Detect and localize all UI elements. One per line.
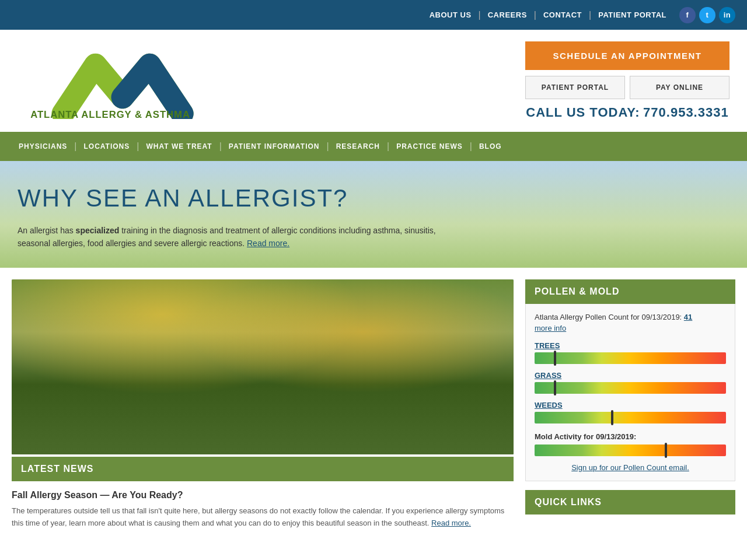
nav-patient-information[interactable]: PATIENT INFORMATION: [222, 142, 327, 150]
grass-bar: [535, 382, 726, 394]
social-icons: f t in: [679, 7, 735, 23]
trees-bar: [535, 352, 726, 364]
quick-links-header: QUICK LINKS: [525, 490, 735, 514]
patient-portal-link[interactable]: PATIENT PORTAL: [591, 10, 673, 19]
nav-research[interactable]: RESEARCH: [329, 142, 387, 150]
pay-online-button[interactable]: PAY ONLINE: [630, 76, 729, 99]
linkedin-icon[interactable]: in: [719, 7, 735, 23]
trees-label[interactable]: TREES: [535, 341, 726, 350]
nav-practice-news[interactable]: PRACTICE NEWS: [389, 142, 470, 150]
hero-body: An allergist has specialized training in…: [18, 224, 461, 250]
pollen-content: Atlanta Allergy Pollen Count for 09/13/2…: [525, 304, 735, 481]
svg-point-20: [244, 359, 267, 385]
grass-indicator: [554, 380, 556, 396]
facebook-icon[interactable]: f: [679, 7, 696, 23]
twitter-icon[interactable]: t: [699, 7, 715, 23]
logo-svg: ATLANTA ALLERGY & ASTHMA: [18, 43, 228, 119]
svg-point-9: [12, 281, 97, 352]
pollen-mold-header: POLLEN & MOLD: [525, 279, 735, 304]
mold-indicator: [665, 443, 667, 458]
header: ATLANTA ALLERGY & ASTHMA SCHEDULE AN APP…: [0, 30, 747, 132]
news-body: The temperatures outside tell us that fa…: [12, 505, 514, 530]
nav-blog[interactable]: BLOG: [472, 142, 509, 150]
trees-category: TREES: [535, 341, 726, 364]
latest-news-header: LATEST NEWS: [12, 457, 514, 481]
pollen-count-value[interactable]: 41: [684, 313, 692, 321]
nav-what-we-treat[interactable]: WHAT WE TREAT: [139, 142, 219, 150]
svg-rect-23: [225, 394, 242, 424]
svg-point-24: [268, 373, 285, 393]
hero-section: WHY SEE AN ALLERGIST? An allergist has s…: [0, 161, 747, 268]
svg-point-10: [76, 279, 177, 342]
svg-rect-25: [269, 391, 285, 423]
hero-title: WHY SEE AN ALLERGIST?: [18, 184, 729, 212]
svg-rect-21: [244, 384, 267, 421]
svg-rect-5: [212, 324, 225, 454]
svg-point-13: [372, 279, 455, 341]
svg-point-16: [200, 356, 225, 384]
careers-link[interactable]: CAREERS: [481, 10, 534, 19]
family-image-svg: [12, 279, 514, 454]
weeds-label[interactable]: WEEDS: [535, 401, 726, 410]
svg-rect-4: [119, 317, 137, 454]
schedule-appointment-button[interactable]: SCHEDULE AN APPOINTMENT: [525, 41, 729, 70]
svg-rect-1: [12, 279, 514, 454]
logo-area: ATLANTA ALLERGY & ASTHMA: [18, 43, 228, 119]
svg-rect-6: [298, 309, 314, 454]
hero-image: [12, 279, 514, 454]
news-read-more[interactable]: Read more.: [431, 519, 471, 527]
call-area: CALL US TODAY: 770.953.3331: [526, 105, 728, 120]
mold-section: Mold Activity for 09/13/2019:: [535, 432, 726, 456]
top-bar: ABOUT US | CAREERS | CONTACT | PATIENT P…: [0, 0, 747, 30]
weeds-bar: [535, 412, 726, 424]
portal-pay-row: PATIENT PORTAL PAY ONLINE: [525, 76, 729, 99]
more-info-link[interactable]: more info: [535, 324, 726, 332]
left-column: LATEST NEWS Fall Allergy Season — Are Yo…: [12, 279, 514, 530]
svg-point-12: [259, 279, 352, 336]
hero-read-more[interactable]: Read more.: [247, 239, 289, 248]
weeds-indicator: [611, 410, 613, 425]
svg-rect-19: [224, 384, 236, 390]
nav-physicians[interactable]: PHYSICIANS: [12, 142, 74, 150]
svg-rect-18: [196, 384, 207, 390]
mold-label: Mold Activity for 09/13/2019:: [535, 432, 726, 441]
weeds-category: WEEDS: [535, 401, 726, 424]
main-nav: PHYSICIANS | LOCATIONS | WHAT WE TREAT |…: [0, 132, 747, 161]
main-content: LATEST NEWS Fall Allergy Season — Are Yo…: [0, 268, 747, 541]
svg-rect-3: [47, 331, 62, 454]
contact-link[interactable]: CONTACT: [536, 10, 589, 19]
cta-area: SCHEDULE AN APPOINTMENT PATIENT PORTAL P…: [525, 41, 729, 120]
pollen-count-line: Atlanta Allergy Pollen Count for 09/13/2…: [535, 313, 726, 321]
patient-portal-button[interactable]: PATIENT PORTAL: [525, 76, 625, 99]
mold-bar: [535, 444, 726, 456]
svg-rect-2: [12, 317, 514, 454]
grass-category: GRASS: [535, 371, 726, 394]
about-link[interactable]: ABOUT US: [423, 10, 479, 19]
news-article: Fall Allergy Season — Are You Ready? The…: [12, 490, 514, 530]
svg-rect-17: [201, 383, 224, 423]
svg-rect-8: [478, 327, 491, 454]
grass-label[interactable]: GRASS: [535, 371, 726, 380]
svg-rect-15: [12, 417, 514, 454]
news-title: Fall Allergy Season — Are You Ready?: [12, 490, 514, 501]
right-column: POLLEN & MOLD Atlanta Allergy Pollen Cou…: [525, 279, 735, 530]
svg-text:ATLANTA ALLERGY & ASTHMA: ATLANTA ALLERGY & ASTHMA: [30, 109, 190, 119]
svg-rect-7: [406, 320, 421, 454]
svg-point-14: [448, 282, 514, 345]
nav-locations[interactable]: LOCATIONS: [77, 142, 137, 150]
trees-indicator: [554, 351, 556, 366]
signup-link[interactable]: Sign up for our Pollen Count email.: [535, 463, 726, 472]
svg-point-22: [225, 374, 243, 396]
svg-point-11: [180, 279, 259, 342]
